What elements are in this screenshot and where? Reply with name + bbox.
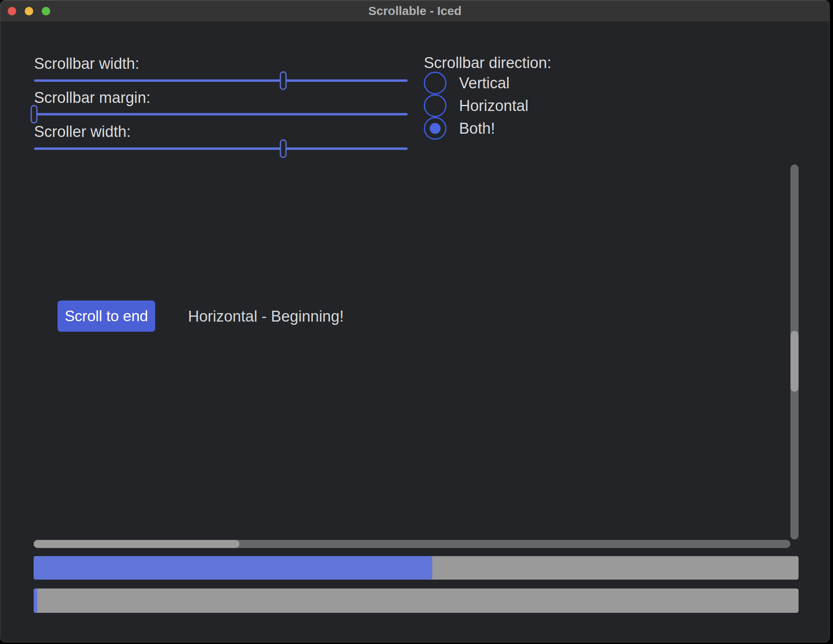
window-title: Scrollable - Iced (0, 0, 829, 21)
vertical-scrollbar-track[interactable] (790, 164, 799, 540)
slider-rail[interactable] (34, 147, 408, 150)
scrollbar-margin-slider[interactable] (34, 105, 408, 124)
scroller-width-label: Scroller width: (34, 123, 131, 141)
vertical-progress-bar (34, 589, 799, 613)
scrollbar-width-slider[interactable] (34, 71, 408, 90)
scrollbar-direction-label: Scrollbar direction: (424, 54, 551, 72)
slider-rail[interactable] (34, 113, 408, 115)
app-window: Scrollable - Iced Scrollbar width: Scrol… (0, 0, 830, 642)
radio-option-vertical[interactable]: Vertical (424, 72, 551, 94)
horizontal-scrollbar-thumb[interactable] (34, 540, 239, 548)
radio-option-both[interactable]: Both! (424, 117, 551, 140)
progress-fill (34, 589, 37, 613)
scrollbar-width-label: Scrollbar width: (34, 55, 139, 73)
progress-fill (34, 556, 432, 580)
radio-circle-icon[interactable] (424, 117, 446, 140)
radio-circle-icon[interactable] (424, 72, 446, 94)
radio-option-horizontal[interactable]: Horizontal (424, 94, 551, 117)
scrollbar-direction-group: Scrollbar direction: Vertical Horizontal… (424, 54, 551, 140)
horizontal-progress-bar (34, 556, 799, 580)
slider-handle[interactable] (280, 139, 286, 158)
scrollbar-margin-label: Scrollbar margin: (34, 89, 150, 107)
scroller-width-slider[interactable] (34, 139, 408, 158)
radio-option-label: Vertical (459, 75, 510, 92)
radio-circle-icon[interactable] (424, 94, 446, 117)
radio-option-label: Both! (459, 120, 495, 137)
radio-option-label: Horizontal (459, 97, 528, 115)
scroll-status-text: Horizontal - Beginning! (188, 307, 344, 325)
slider-handle[interactable] (280, 71, 286, 90)
slider-handle[interactable] (31, 105, 38, 124)
titlebar: Scrollable - Iced (0, 0, 829, 22)
vertical-scrollbar-thumb[interactable] (790, 331, 799, 392)
slider-rail[interactable] (34, 79, 408, 82)
horizontal-scrollbar-track[interactable] (34, 540, 790, 548)
scroll-to-end-button[interactable]: Scroll to end (58, 301, 155, 332)
